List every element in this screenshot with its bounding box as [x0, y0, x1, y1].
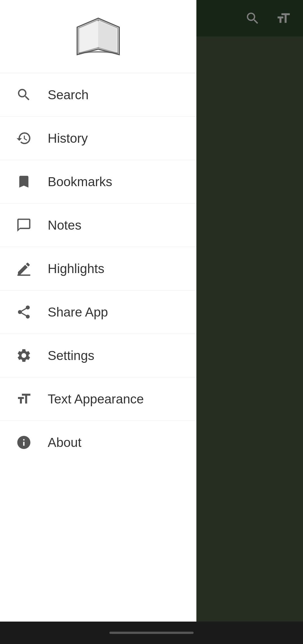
menu-item-bookmarks[interactable]: Bookmarks [0, 160, 196, 204]
menu-label-highlights: Highlights [48, 261, 104, 276]
menu-item-search[interactable]: Search [0, 73, 196, 117]
share-menu-icon [14, 302, 34, 322]
menu-item-notes[interactable]: Notes [0, 204, 196, 247]
navigation-drawer: Search History Bookmarks [0, 0, 196, 644]
menu-label-bookmarks: Bookmarks [48, 174, 112, 189]
menu-item-highlights[interactable]: Highlights [0, 247, 196, 290]
svg-rect-0 [17, 274, 31, 276]
menu-label-about: About [48, 435, 81, 450]
menu-label-history: History [48, 131, 88, 146]
notes-menu-icon [14, 215, 34, 235]
search-menu-icon [14, 85, 34, 105]
drawer-logo [0, 0, 196, 73]
book-logo-icon [70, 11, 126, 56]
settings-menu-icon [14, 346, 34, 365]
about-menu-icon [14, 433, 34, 452]
bottom-home-indicator [109, 632, 194, 634]
menu-item-settings[interactable]: Settings [0, 334, 196, 377]
menu-label-text-appearance: Text Appearance [48, 391, 144, 407]
bottom-nav-bar [0, 622, 303, 644]
dark-overlay[interactable] [196, 0, 303, 644]
highlight-menu-icon [14, 259, 34, 278]
menu-item-text-appearance[interactable]: Text Appearance [0, 377, 196, 421]
history-menu-icon [14, 128, 34, 148]
text-appearance-menu-icon [14, 389, 34, 409]
menu-label-settings: Settings [48, 348, 94, 363]
menu-label-share: Share App [48, 304, 108, 320]
menu-label-notes: Notes [48, 218, 81, 233]
menu-item-share[interactable]: Share App [0, 290, 196, 334]
menu-label-search: Search [48, 87, 89, 102]
menu-item-history[interactable]: History [0, 117, 196, 160]
menu-item-about[interactable]: About [0, 421, 196, 464]
bookmark-menu-icon [14, 172, 34, 191]
drawer-menu: Search History Bookmarks [0, 73, 196, 644]
